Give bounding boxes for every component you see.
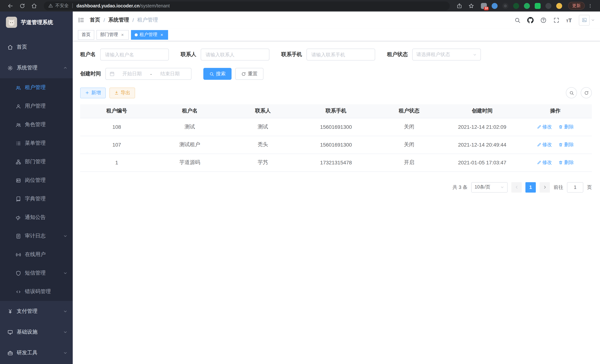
phone-label: 联系手机: [281, 51, 302, 58]
sidebar-item-sms[interactable]: 短信管理: [0, 264, 73, 282]
url-text: dashboard.yudao.iocoder.cn/system/tenant: [76, 3, 170, 8]
sidebar-item-notice[interactable]: 通知公告: [0, 208, 73, 227]
chevron-down-icon: [500, 185, 504, 189]
date-end-placeholder: 结束日期: [152, 71, 188, 77]
sidebar-item-label: 短信管理: [25, 270, 63, 276]
pagination: 共 3 条 10条/页 1 前往 页: [80, 182, 592, 192]
address-bar[interactable]: 不安全 dashboard.yudao.iocoder.cn/system/te…: [44, 1, 450, 10]
profile-avatar-icon[interactable]: [556, 3, 562, 9]
phone-input[interactable]: [307, 49, 375, 60]
delete-button[interactable]: 删除: [559, 141, 574, 148]
browser-home-icon[interactable]: [31, 3, 37, 9]
cell-phone: 15601691300: [300, 118, 373, 136]
sidebar-item-error-code[interactable]: 错误码管理: [0, 282, 73, 301]
export-button[interactable]: 导出: [110, 87, 135, 98]
goto-label: 前往: [554, 184, 563, 191]
extension-icon-3[interactable]: [502, 3, 508, 9]
share-icon[interactable]: [456, 3, 462, 9]
breadcrumb-current: 租户管理: [137, 17, 158, 23]
back-icon[interactable]: [7, 3, 13, 9]
close-icon[interactable]: ×: [120, 32, 125, 37]
create-time-label: 创建时间: [80, 71, 101, 77]
toolbar-row: 新增 导出: [80, 87, 592, 98]
status-label: 租户状态: [387, 51, 408, 58]
sidebar-item-payment[interactable]: 支付管理: [0, 301, 73, 322]
refresh-button[interactable]: [581, 87, 592, 98]
tenant-status-select[interactable]: 请选择租户状态: [412, 49, 481, 60]
delete-button[interactable]: 删除: [559, 123, 574, 130]
tab-tenant[interactable]: 租户管理 ×: [131, 30, 168, 39]
add-button[interactable]: 新增: [80, 87, 106, 98]
next-page-button[interactable]: [540, 182, 550, 192]
cell-created: 2021-01-05 17:03:47: [446, 154, 519, 171]
breadcrumb-separator: /: [132, 17, 134, 23]
extension-icon-2[interactable]: [492, 3, 497, 9]
page-size-select[interactable]: 10条/页: [471, 182, 508, 192]
reload-icon[interactable]: [19, 3, 25, 9]
tab-label: 首页: [82, 32, 91, 38]
user-avatar[interactable]: [579, 15, 590, 25]
extension-icon-5[interactable]: [524, 3, 530, 9]
fullscreen-icon[interactable]: [553, 17, 559, 23]
breadcrumb-home[interactable]: 首页: [90, 17, 100, 23]
date-start-placeholder: 开始日期: [115, 71, 150, 77]
tenant-name-input[interactable]: [100, 49, 169, 60]
delete-button[interactable]: 删除: [559, 159, 574, 166]
extension-icon-1[interactable]: 10: [481, 3, 487, 9]
search-toggle-button[interactable]: [566, 87, 577, 98]
prev-page-button[interactable]: [511, 182, 522, 192]
page-1-button[interactable]: 1: [525, 182, 536, 192]
search-icon: [209, 71, 214, 76]
sidebar-item-online-user[interactable]: 在线用户: [0, 245, 73, 264]
tab-dept[interactable]: 部门管理 ×: [96, 30, 129, 39]
contact-input[interactable]: [201, 49, 269, 60]
contact-label: 联系人: [181, 51, 196, 58]
create-time-range-picker[interactable]: 开始日期 - 结束日期: [105, 68, 191, 80]
sidebar-item-role[interactable]: 角色管理: [0, 115, 73, 134]
sidebar-item-infra[interactable]: 基础设施: [0, 322, 73, 343]
extension-icon-6[interactable]: [535, 3, 541, 9]
sidebar-item-audit-log[interactable]: 审计日志: [0, 227, 73, 245]
extension-icon-7[interactable]: [545, 3, 551, 9]
sidebar-item-system[interactable]: 系统管理: [0, 57, 73, 78]
cell-actions: 修改 删除: [519, 136, 592, 154]
filter-tenant-name: 租户名: [80, 49, 169, 60]
browser-menu-icon[interactable]: [588, 3, 593, 9]
logo[interactable]: 芋道管理系统: [0, 11, 73, 33]
breadcrumb-section[interactable]: 系统管理: [108, 17, 129, 23]
reset-button[interactable]: 重置: [235, 68, 263, 80]
sidebar-item-dept[interactable]: 部门管理: [0, 152, 73, 171]
help-icon[interactable]: [540, 17, 546, 23]
goto-page-input[interactable]: [567, 182, 583, 192]
search-button[interactable]: 搜索: [203, 68, 232, 80]
cell-phone: 17321315478: [300, 154, 373, 171]
tab-home[interactable]: 首页: [78, 30, 94, 39]
edit-button[interactable]: 修改: [537, 159, 552, 166]
sidebar-item-tenant[interactable]: 租户管理: [0, 78, 73, 97]
caret-down-icon[interactable]: [591, 18, 595, 22]
github-icon[interactable]: [527, 17, 533, 23]
sidebar-item-label: 系统管理: [17, 65, 63, 71]
cell-status: 关闭: [373, 118, 446, 136]
search-icon[interactable]: [514, 17, 520, 23]
sidebar-item-home[interactable]: 首页: [0, 37, 73, 57]
sidebar-item-user[interactable]: 用户管理: [0, 97, 73, 115]
sidebar-item-label: 通知公告: [25, 214, 67, 221]
column-header-phone: 联系手机: [300, 104, 373, 118]
sidebar-item-post[interactable]: 岗位管理: [0, 171, 73, 190]
update-button[interactable]: 更新: [568, 2, 585, 10]
app-title: 芋道管理系统: [21, 19, 53, 26]
sidebar-item-dict[interactable]: 字典管理: [0, 190, 73, 208]
bookmark-star-icon[interactable]: [468, 3, 474, 9]
sidebar-item-menu[interactable]: 菜单管理: [0, 134, 73, 152]
sidebar-toggle-icon[interactable]: [78, 17, 84, 23]
filter-contact: 联系人: [181, 49, 269, 60]
close-icon[interactable]: ×: [159, 32, 164, 37]
edit-button[interactable]: 修改: [537, 123, 552, 130]
edit-button[interactable]: 修改: [537, 141, 552, 148]
breadcrumb-separator: /: [103, 17, 105, 23]
home-icon: [7, 44, 13, 50]
font-size-icon[interactable]: TT: [566, 17, 572, 23]
extension-icon-4[interactable]: [513, 3, 519, 9]
sidebar-item-dev-tools[interactable]: 研发工具: [0, 343, 73, 363]
